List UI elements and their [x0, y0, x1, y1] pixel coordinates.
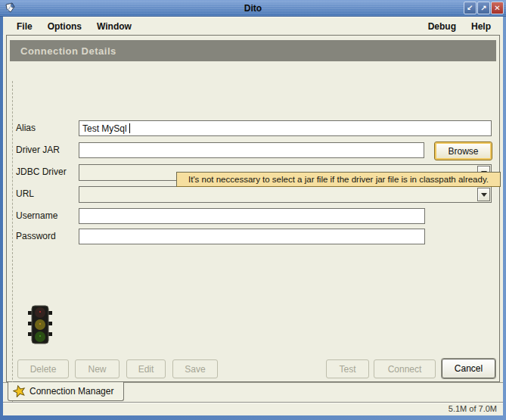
panel-title: Connection Details: [10, 40, 496, 61]
cancel-button[interactable]: Cancel: [442, 359, 495, 378]
app-window: Dito ↙ ↗ ✕ File Options Window Debug Hel…: [0, 0, 506, 420]
menu-window[interactable]: Window: [89, 19, 139, 34]
close-button[interactable]: ✕: [491, 2, 504, 14]
minimize-button[interactable]: ↙: [464, 2, 477, 14]
username-label: Username: [16, 210, 57, 221]
jdbc-driver-label: JDBC Driver: [16, 166, 67, 177]
password-input[interactable]: [79, 229, 425, 244]
window-title: Dito: [0, 3, 506, 14]
menu-options[interactable]: Options: [40, 19, 89, 34]
browse-button[interactable]: Browse: [434, 142, 492, 160]
username-input[interactable]: [79, 208, 425, 224]
driver-jar-label: Driver JAR: [16, 145, 60, 155]
memory-usage: 5.1M of 7.0M: [449, 404, 497, 413]
connection-details-panel: Connection Details Alias Test MySql Driv…: [6, 35, 500, 382]
alias-label: Alias: [16, 123, 36, 133]
url-combobox[interactable]: [79, 186, 492, 203]
save-button[interactable]: Save: [172, 359, 218, 378]
panel-edge-decoration: [12, 81, 13, 414]
tooltip: It's not neccessary to select a jar file…: [176, 172, 501, 187]
tab-connection-manager[interactable]: Connection Manager: [8, 382, 124, 401]
traffic-light-icon: [26, 305, 54, 346]
url-dropdown-button[interactable]: [477, 188, 490, 201]
new-button[interactable]: New: [75, 359, 120, 378]
driver-jar-input[interactable]: [79, 142, 424, 158]
alias-value: Test MySql: [82, 123, 127, 134]
test-button[interactable]: Test: [326, 359, 369, 378]
tab-label: Connection Manager: [29, 386, 113, 397]
chevron-down-icon: [481, 193, 487, 197]
url-label: URL: [16, 188, 34, 199]
statusbar: 5.1M of 7.0M: [3, 402, 503, 415]
star-icon: [13, 385, 26, 397]
menu-help[interactable]: Help: [464, 19, 498, 34]
menu-debug[interactable]: Debug: [421, 19, 464, 34]
connect-button[interactable]: Connect: [374, 359, 436, 378]
maximize-button[interactable]: ↗: [477, 2, 490, 14]
menu-file[interactable]: File: [9, 19, 40, 34]
password-label: Password: [16, 231, 56, 241]
edit-button[interactable]: Edit: [126, 359, 166, 378]
menubar: File Options Window Debug Help: [3, 17, 503, 35]
text-cursor: [129, 123, 130, 133]
delete-button[interactable]: Delete: [17, 359, 69, 378]
titlebar: Dito ↙ ↗ ✕: [0, 0, 506, 17]
alias-input[interactable]: Test MySql: [79, 120, 492, 136]
